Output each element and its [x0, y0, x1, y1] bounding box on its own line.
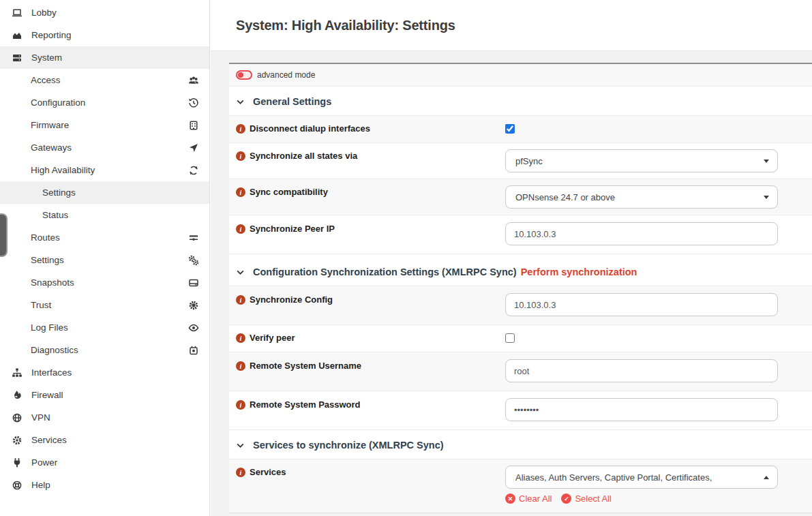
- disconnect-dialup-checkbox[interactable]: [505, 124, 515, 134]
- sidebar-item-gateways[interactable]: Gateways: [0, 136, 209, 159]
- info-icon[interactable]: i: [236, 151, 245, 161]
- info-icon[interactable]: i: [236, 124, 245, 134]
- settings-panel: advanced mode General Settings i Disconn…: [229, 63, 812, 513]
- select-all-check-icon: ✓: [561, 494, 571, 504]
- sidebar-item-diagnostics[interactable]: Diagnostics: [0, 339, 209, 361]
- fire-icon: [11, 390, 22, 401]
- content-area: advanced mode General Settings i Disconn…: [211, 51, 812, 516]
- sync-config-input[interactable]: [505, 293, 778, 316]
- sidebar-item-high-availability[interactable]: High Availability: [0, 159, 209, 181]
- section-general-settings: General Settings: [229, 86, 812, 115]
- location-arrow-icon: [188, 142, 199, 153]
- sync-compatibility-select[interactable]: OPNsense 24.7 or above: [505, 185, 778, 209]
- verify-peer-checkbox[interactable]: [505, 333, 515, 343]
- sidebar-item-label: Interfaces: [31, 367, 72, 378]
- sidebar-item-firewall[interactable]: Firewall: [0, 384, 209, 406]
- firmware-icon: [188, 120, 199, 131]
- server-icon: [11, 52, 22, 63]
- field-label: Disconnect dialup interfaces: [250, 123, 370, 134]
- life-ring-icon: [11, 480, 22, 491]
- remote-password-input[interactable]: [505, 398, 778, 421]
- drawer-handle[interactable]: [0, 213, 7, 257]
- sidebar-item-interfaces[interactable]: Interfaces: [0, 361, 209, 384]
- sidebar-item-log-files[interactable]: Log Files: [0, 316, 209, 339]
- services-multiselect[interactable]: Aliases, Auth Servers, Captive Portal, C…: [505, 466, 778, 489]
- chevron-down-icon[interactable]: [236, 268, 245, 277]
- chevron-down-icon[interactable]: [236, 441, 245, 450]
- sidebar-item-configuration[interactable]: Configuration: [0, 91, 209, 114]
- sidebar-item-label: Settings: [31, 255, 64, 265]
- eye-icon: [188, 322, 199, 333]
- sidebar-item-label: System: [31, 52, 62, 63]
- perform-synchronization-link[interactable]: Perform synchronization: [521, 267, 637, 277]
- field-verify-peer: i Verify peer: [229, 324, 812, 352]
- field-sync-states-via: i Synchronize all states via pfSync: [229, 142, 812, 179]
- remote-username-input[interactable]: [505, 359, 778, 382]
- info-icon[interactable]: i: [236, 295, 245, 305]
- sidebar-item-ha-settings[interactable]: Settings: [0, 181, 209, 204]
- advanced-mode-toggle-icon[interactable]: [236, 70, 252, 80]
- sidebar-item-settings[interactable]: Settings: [0, 249, 209, 271]
- gears-icon: [188, 255, 199, 266]
- sidebar-item-services[interactable]: Services: [0, 429, 209, 451]
- sidebar-item-label: Routes: [31, 232, 60, 243]
- field-sync-peer-ip: i Synchronize Peer IP: [229, 215, 812, 254]
- sidebar-item-firmware[interactable]: Firmware: [0, 114, 209, 136]
- sidebar-item-label: Diagnostics: [31, 345, 78, 355]
- caret-down-icon: [764, 160, 769, 163]
- sidebar-item-trust[interactable]: Trust: [0, 294, 209, 316]
- field-remote-password: i Remote System Password: [229, 391, 812, 429]
- clear-all-x-icon: ✕: [505, 494, 515, 504]
- clear-all-button[interactable]: ✕ Clear All: [505, 494, 552, 504]
- chevron-down-icon[interactable]: [236, 97, 245, 106]
- sidebar: Lobby Reporting System Access Configurat…: [0, 0, 210, 516]
- gear-icon: [11, 435, 22, 446]
- chart-icon: [11, 30, 22, 41]
- sync-peer-ip-input[interactable]: [505, 222, 778, 245]
- info-icon[interactable]: i: [236, 187, 245, 197]
- diagnostics-icon: [188, 345, 199, 356]
- field-label: Remote System Username: [250, 361, 361, 371]
- sidebar-item-vpn[interactable]: VPN: [0, 406, 209, 429]
- section-config-sync: Configuration Synchronization Settings (…: [229, 254, 812, 286]
- sidebar-item-label: Gateways: [31, 142, 72, 153]
- select-all-button[interactable]: ✓ Select All: [561, 494, 611, 504]
- field-label: Verify peer: [250, 333, 295, 343]
- info-icon[interactable]: i: [236, 400, 245, 410]
- plug-icon: [11, 457, 22, 468]
- page-header: System: High Availability: Settings: [211, 0, 812, 51]
- field-label: Synchronize Config: [250, 294, 333, 305]
- users-icon: [188, 75, 199, 86]
- sidebar-item-label: Settings: [42, 187, 76, 198]
- field-label: Services: [250, 467, 286, 477]
- field-sync-compatibility: i Sync compatibility OPNsense 24.7 or ab…: [229, 179, 812, 215]
- section-title: Configuration Synchronization Settings (…: [253, 267, 517, 277]
- info-icon[interactable]: i: [236, 333, 245, 343]
- field-label: Synchronize all states via: [250, 151, 357, 161]
- sidebar-item-label: Firmware: [31, 120, 69, 130]
- info-icon[interactable]: i: [236, 361, 245, 371]
- sidebar-item-snapshots[interactable]: Snapshots: [0, 271, 209, 294]
- sidebar-item-ha-status[interactable]: Status: [0, 204, 209, 226]
- globe-icon: [11, 412, 22, 423]
- sidebar-item-access[interactable]: Access: [0, 69, 209, 91]
- sidebar-item-label: Power: [31, 457, 57, 468]
- field-label: Sync compatibility: [250, 187, 328, 197]
- sidebar-item-routes[interactable]: Routes: [0, 226, 209, 249]
- advanced-mode-row: advanced mode: [229, 64, 812, 86]
- sidebar-item-power[interactable]: Power: [0, 451, 209, 474]
- advanced-mode-label[interactable]: advanced mode: [257, 70, 315, 80]
- sidebar-item-help[interactable]: Help: [0, 474, 209, 496]
- sidebar-item-label: High Availability: [31, 165, 95, 175]
- sync-states-via-select[interactable]: pfSync: [505, 149, 778, 172]
- sidebar-item-reporting[interactable]: Reporting: [0, 24, 209, 46]
- sidebar-item-system[interactable]: System: [0, 46, 209, 69]
- info-icon[interactable]: i: [236, 468, 245, 477]
- field-label: Synchronize Peer IP: [250, 224, 335, 234]
- sidebar-item-label: Trust: [31, 300, 51, 310]
- info-icon[interactable]: i: [236, 224, 245, 234]
- field-remote-username: i Remote System Username: [229, 352, 812, 391]
- caret-up-icon: [764, 476, 769, 479]
- sidebar-item-lobby[interactable]: Lobby: [0, 1, 209, 24]
- sidebar-item-label: Status: [42, 210, 68, 220]
